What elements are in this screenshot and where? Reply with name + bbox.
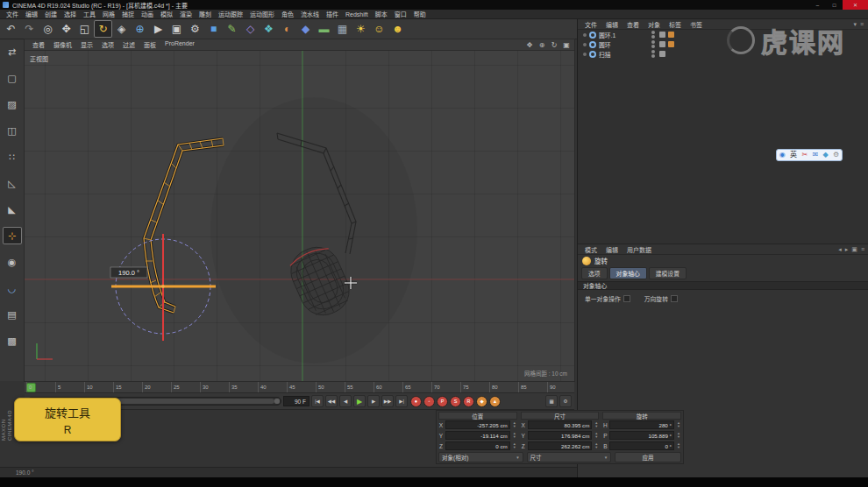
om-menu-item[interactable]: 文件 [580, 20, 601, 29]
menu-item[interactable]: 文件 [3, 10, 22, 18]
record-rotation-button[interactable]: R [463, 396, 474, 407]
timeline-ruler[interactable]: 051015202530354045505560657075808590 [25, 381, 574, 393]
deformer-icon[interactable]: ◆ [296, 20, 315, 38]
maximize-button[interactable]: □ [826, 0, 843, 10]
next-key-button[interactable]: ▶▶ [381, 395, 394, 407]
record-pla-button[interactable]: ▲ [489, 396, 501, 407]
spinner-icon[interactable]: ▲▼ [676, 432, 681, 439]
edges-mode-icon[interactable]: ◺ [3, 174, 22, 192]
viewport-solo-icon[interactable]: ◉ [3, 253, 22, 271]
am-menu-more-icon[interactable]: ≡ [861, 246, 864, 253]
coordinate-field[interactable]: 0 ° [609, 441, 674, 450]
render-picture-viewer-icon[interactable]: ▣ [167, 20, 186, 38]
prev-frame-button[interactable]: ◀ [339, 395, 352, 407]
menu-item[interactable]: 帮助 [410, 10, 430, 18]
menu-item[interactable]: 动画 [138, 10, 157, 18]
spinner-icon[interactable]: ▲▼ [676, 421, 681, 428]
light-icon[interactable]: ☀ [352, 20, 370, 38]
move-tool-icon[interactable]: ✥ [57, 20, 75, 38]
om-menu-item[interactable]: 书签 [686, 20, 707, 29]
cmotion-icon[interactable]: ☻ [388, 20, 407, 38]
minimize-button[interactable]: – [809, 0, 826, 10]
menu-item[interactable]: 工具 [80, 10, 99, 18]
menu-item[interactable]: 渲染 [176, 10, 196, 18]
coordinate-field[interactable]: -19.114 cm [445, 431, 510, 440]
array-generator-icon[interactable]: ❖ [260, 20, 278, 38]
make-editable-icon[interactable]: ⇄ [3, 43, 22, 60]
tag-icon[interactable] [668, 51, 674, 57]
am-menu-item[interactable]: 模式 [580, 245, 601, 254]
camera-icon[interactable]: ▦ [333, 20, 352, 38]
menu-item[interactable]: 运动图形 [246, 10, 278, 18]
om-menu-item[interactable]: 编辑 [601, 20, 623, 29]
spline-pen-icon[interactable]: ✎ [223, 20, 241, 38]
vp-toggle-view-icon[interactable]: ▣ [562, 41, 571, 49]
coordinate-field[interactable]: 262.262 cm [528, 441, 593, 450]
viewport-menu-item[interactable]: 面板 [139, 40, 160, 49]
close-button[interactable]: ✕ [843, 0, 868, 10]
workplane-mode-icon[interactable]: ◫ [3, 122, 22, 139]
checkbox[interactable] [671, 295, 678, 302]
om-menu-item[interactable]: 查看 [623, 20, 644, 29]
spinner-icon[interactable]: ▲▼ [594, 442, 599, 449]
tab-object-axis[interactable]: 对象轴心 [609, 267, 647, 279]
vp-pan-icon[interactable]: ✥ [525, 41, 534, 49]
cube-primitive-icon[interactable]: ■ [204, 20, 223, 38]
menu-item[interactable]: 窗口 [391, 10, 410, 18]
play-button[interactable]: ▶ [353, 395, 366, 407]
model-mode-icon[interactable]: ▢ [3, 69, 22, 87]
menu-item[interactable]: 流水线 [297, 10, 323, 18]
texture-mode-icon[interactable]: ▨ [3, 95, 22, 113]
prev-key-button[interactable]: ◀◀ [325, 395, 338, 407]
om-menu-item[interactable]: 标签 [665, 20, 686, 29]
timeline-options-icon[interactable]: ▦ [545, 395, 558, 407]
om-menu-more-icon[interactable]: ≡ [860, 21, 864, 28]
viewport-canvas[interactable]: 正视图 网格间距 : 10 cm [25, 51, 574, 381]
record-position-button[interactable]: P [437, 396, 448, 407]
menu-item[interactable]: 创建 [41, 10, 60, 18]
goto-start-button[interactable]: |◀ [311, 395, 324, 407]
vp-zoom-icon[interactable]: ⊕ [537, 41, 546, 49]
menu-item[interactable]: 网格 [99, 10, 118, 18]
object-row-sweep[interactable]: 扫描 [578, 49, 674, 59]
menu-item[interactable]: 雕刻 [196, 10, 215, 18]
viewport-menu-item[interactable]: 过滤 [118, 40, 139, 49]
viewport-menu-item[interactable]: 摄像机 [49, 40, 76, 49]
spinner-icon[interactable]: ▲▼ [512, 442, 517, 449]
record-keyframe-button[interactable]: ● [410, 396, 422, 407]
spinner-icon[interactable]: ▲▼ [512, 432, 517, 439]
quantize-icon[interactable]: ▩ [3, 332, 22, 349]
record-parameter-button[interactable]: ◆ [476, 396, 487, 407]
enable-snap-icon[interactable]: ◡ [3, 279, 22, 297]
preferences-icon[interactable]: ⚙ [559, 395, 572, 407]
undo-icon[interactable]: ↶ [2, 20, 20, 38]
am-menu-item[interactable]: 用户数据 [623, 245, 656, 254]
ime-settings-icon[interactable]: ⚙ [833, 152, 839, 159]
goto-end-button[interactable]: ▶| [395, 395, 408, 407]
am-history-forward-icon[interactable]: ▸ [845, 246, 849, 253]
ime-lang-icon[interactable]: 英 [790, 152, 797, 159]
viewport-menu-item[interactable]: ProRender [160, 40, 199, 49]
points-mode-icon[interactable]: ∷ [3, 148, 22, 166]
tag-icon[interactable] [659, 51, 665, 57]
tag-icon[interactable] [668, 32, 674, 38]
spinner-icon[interactable]: ▲▼ [594, 432, 599, 439]
redo-icon[interactable]: ↷ [20, 20, 39, 38]
ime-logo-icon[interactable]: ◉ [779, 152, 786, 159]
character-tools-icon[interactable]: ☺ [370, 20, 388, 38]
range-end-grip[interactable] [274, 399, 280, 404]
menu-item[interactable]: 捕捉 [118, 10, 138, 18]
apply-button[interactable]: 应用 [615, 452, 681, 462]
menu-item[interactable]: Redshift [342, 11, 372, 18]
spinner-icon[interactable]: ▲▼ [676, 442, 681, 449]
size-mode-dropdown[interactable]: 尺寸 ▼ [527, 452, 612, 462]
menu-item[interactable]: 插件 [323, 10, 342, 18]
visibility-dots[interactable] [651, 31, 655, 39]
live-selection-icon[interactable]: ◎ [39, 20, 57, 38]
enable-axis-icon[interactable]: ⊹ [3, 227, 22, 244]
scale-tool-icon[interactable]: ◱ [75, 20, 94, 38]
visibility-dots[interactable] [651, 40, 655, 48]
vp-rotate-icon[interactable]: ↻ [550, 41, 559, 49]
ime-skin-icon[interactable]: ◆ [823, 152, 829, 159]
render-view-icon[interactable]: ▶ [149, 20, 167, 38]
